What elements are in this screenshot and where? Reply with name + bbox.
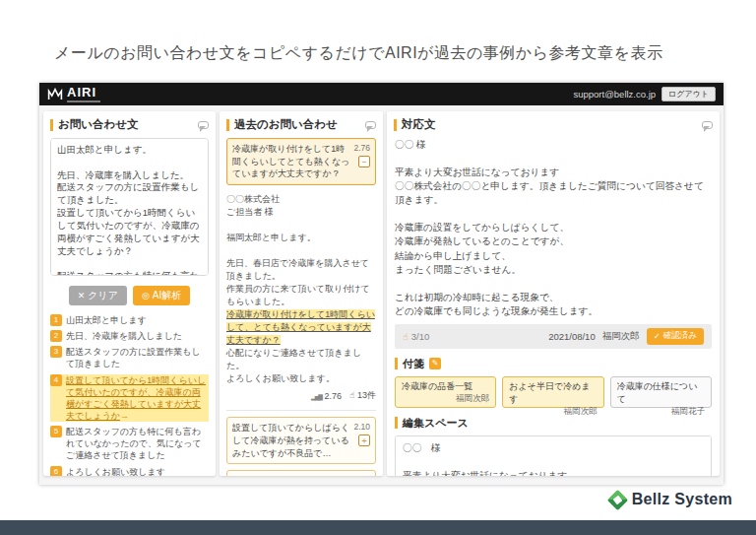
note-title: 冷蔵庫の仕様について [617, 380, 705, 406]
airi-logo-icon [47, 88, 63, 100]
parsed-sentence-list: 1 山田太郎と申します 2 先日、冷蔵庫を購入しました 3 配送スタッフの方に設… [50, 314, 209, 476]
arrow-right-icon: → [120, 410, 129, 422]
bottom-bar [0, 520, 756, 535]
accent-bar [226, 119, 229, 131]
past-card-text: 冷蔵庫が取り付けをして1時間くらいしてとても熱くなっていますが大丈夫ですか？ [232, 143, 349, 180]
likes-count: 13件 [357, 390, 376, 400]
divider [226, 410, 376, 411]
note-author: 福岡次郎 [402, 393, 489, 405]
detail-score: 2.76 [324, 391, 342, 401]
app-logo: AIRI [47, 86, 100, 102]
note-author: 福岡次郎 [509, 406, 597, 418]
collapse-minus-icon[interactable]: − [358, 156, 370, 167]
similarity-score: 2.10 [353, 422, 370, 432]
response-rating: ☝ 3/10 [403, 331, 429, 342]
sentence-text: 配送スタッフの方に設置作業もして頂きました [66, 346, 209, 369]
sentence-number: 1 [50, 314, 62, 326]
past-panel-title: 過去のお問い合わせ [234, 117, 360, 132]
brand-name: Bellz System [632, 491, 732, 508]
detail-highlight-text: 冷蔵庫が取り付けをして1時間くらいして、とても熱くなっていますが大丈夫ですか？ [226, 309, 375, 345]
sentence-item-4-selected[interactable]: 4 設置して頂いてから1時間くらいして気付いたのですが、冷蔵庫の両横がすごく発熱… [50, 374, 209, 423]
response-panel: 対応文 〇〇 様 平素より大変お世話になっております 〇〇株式会社の〇〇と申しま… [387, 111, 720, 476]
sentence-item-2[interactable]: 2 先日、冷蔵庫を購入しました [50, 330, 209, 342]
thumbs-up-icon: ☝ [403, 331, 409, 342]
past-inquiry-card-2[interactable]: 設置して頂いてからしばらくして冷蔵庫が熱を持っているみたいですが不良品で… 2.… [226, 417, 376, 464]
past-inquiries-panel: 過去のお問い合わせ 冷蔵庫が取り付けをして1時間くらいしてとても熱くなっています… [220, 111, 383, 476]
sentence-item-6[interactable]: 6 よろしくお願い致します [50, 466, 209, 476]
note-author: 福岡花子 [617, 406, 705, 418]
accent-bar [50, 119, 53, 131]
logout-button[interactable]: ログアウト [662, 87, 716, 101]
sticky-note-1[interactable]: 冷蔵庫の品番一覧 福岡次郎 [395, 376, 496, 408]
screenshot-root: メールのお問い合わせ文をコピペするだけでAIRIが過去の事例から参考文章を表示 … [0, 0, 756, 535]
check-icon: ✓ [654, 331, 661, 341]
sentence-number: 2 [50, 330, 62, 342]
score-chart-icon: ▂▅▇ [311, 394, 322, 400]
app-logo-tagline [67, 100, 100, 102]
app-header: AIRI support@bellz.co.jp ログアウト [39, 83, 724, 105]
ai-icon: ◎ [142, 292, 150, 301]
past-inquiry-card-selected[interactable]: 冷蔵庫が取り付けをして1時間くらいしてとても熱くなっていますが大丈夫ですか？ 2… [226, 138, 376, 185]
rating-value: 3/10 [411, 331, 430, 342]
brand-footer: Bellz System [610, 491, 732, 508]
expand-plus-icon[interactable]: ＋ [358, 435, 370, 446]
accent-bar [394, 119, 397, 131]
note-title: 冷蔵庫の品番一覧 [402, 380, 489, 393]
sentence-text: 先日、冷蔵庫を購入しました [66, 330, 182, 342]
sentence-item-3[interactable]: 3 配送スタッフの方に設置作業もして頂きました [50, 346, 209, 369]
sentence-text: よろしくお願い致します [66, 466, 165, 476]
past-detail-stats: ▂▅▇ 2.76 ☝ 13件 [226, 389, 376, 402]
response-footer-bar: ☝ 3/10 2021/08/10 福岡次郎 ✓ 確認済み [395, 324, 712, 349]
sentence-number: 5 [50, 426, 62, 437]
inquiry-input[interactable]: 山田太郎と申します。 先日、冷蔵庫を購入しました。 配送スタッフの方に設置作業も… [50, 138, 209, 276]
clear-button-label: クリア [88, 289, 118, 302]
sentence-number: 6 [50, 466, 62, 476]
sentence-text: 山田太郎と申します [66, 314, 147, 326]
ai-analyze-button-label: AI解析 [153, 289, 181, 302]
page-title: メールのお問い合わせ文をコピペするだけでAIRIが過去の事例から参考文章を表示 [54, 43, 724, 64]
sentence-number: 3 [50, 346, 62, 358]
past-card-text: 結婚が決まり、私の家の引っ越しと、主人の家の引っ越しがあります。それぞれ… [232, 475, 349, 476]
response-panel-title: 対応文 [402, 117, 697, 132]
response-text: 〇〇 様 平素より大変お世話になっております 〇〇株式会社の〇〇と申します。頂き… [395, 138, 712, 318]
note-title: およそ半日で冷めます [509, 380, 597, 406]
edit-space-input[interactable]: 〇〇 様 平素より大変お世話になっております 〇〇株式会社の〇〇と申します。 頂… [395, 435, 712, 476]
ai-analyze-button[interactable]: ◎ AI解析 [133, 286, 190, 305]
sentence-item-1[interactable]: 1 山田太郎と申します [50, 314, 209, 326]
accent-bar [395, 358, 398, 369]
detail-text-before: 〇〇株式会社 ご担当者 様 福岡太郎と申します。 先日、春日店で冷蔵庫を購入させ… [226, 194, 370, 306]
sentence-item-5[interactable]: 5 配送スタッフの方も特に何も言われていなかったので、気になってご連絡させて頂き… [50, 426, 209, 461]
confirm-button[interactable]: ✓ 確認済み [647, 328, 704, 345]
speech-bubble-icon [198, 121, 209, 129]
speech-bubble-icon [365, 121, 376, 129]
confirm-label: 確認済み [663, 330, 697, 342]
response-author: 福岡次郎 [602, 330, 640, 343]
past-inquiry-card-3[interactable]: 結婚が決まり、私の家の引っ越しと、主人の家の引っ越しがあります。それぞれ… 2.… [226, 470, 376, 476]
detail-text-after: 心配になりご連絡させて頂きました。 よろしくお願い致します。 [226, 348, 361, 383]
sentence-number: 4 [50, 374, 62, 386]
close-icon: ✕ [78, 292, 86, 301]
notes-section-title: 付箋 [403, 357, 424, 371]
response-date: 2021/08/10 [548, 331, 596, 342]
accent-bar [395, 417, 398, 429]
inquiry-panel-title: お問い合わせ文 [58, 117, 193, 132]
app-logo-text: AIRI [67, 86, 100, 99]
sticky-notes-row: 冷蔵庫の品番一覧 福岡次郎 およそ半日で冷めます 福岡次郎 冷蔵庫の仕様について… [395, 376, 712, 408]
sticky-note-2[interactable]: およそ半日で冷めます 福岡次郎 [502, 376, 603, 408]
thumbs-up-icon: ☝ [349, 390, 354, 400]
edit-notes-icon[interactable]: ✎ [429, 358, 441, 369]
edit-section-title: 編集スペース [403, 416, 469, 431]
past-inquiry-detail: 〇〇株式会社 ご担当者 様 福岡太郎と申します。 先日、春日店で冷蔵庫を購入させ… [226, 193, 376, 386]
airi-app-window: AIRI support@bellz.co.jp ログアウト お問い合わせ文 山… [39, 83, 724, 485]
sticky-note-3[interactable]: 冷蔵庫の仕様について 福岡花子 [610, 376, 712, 408]
past-card-text: 設置して頂いてからしばらくして冷蔵庫が熱を持っているみたいですが不良品で… [232, 422, 349, 459]
clear-button[interactable]: ✕ クリア [69, 286, 127, 305]
similarity-score: 2.10 [353, 475, 370, 476]
similarity-score: 2.76 [353, 143, 370, 153]
bellz-logo-icon [607, 489, 628, 509]
speech-bubble-icon [702, 121, 713, 129]
sentence-text: 設置して頂いてから1時間くらいして気付いたのですが、冷蔵庫の両横がすごく発熱して… [66, 375, 206, 421]
support-email: support@bellz.co.jp [573, 89, 656, 100]
sentence-text: 配送スタッフの方も特に何も言われていなかったので、気になってご連絡させて頂きまし… [66, 426, 209, 461]
inquiry-panel: お問い合わせ文 山田太郎と申します。 先日、冷蔵庫を購入しました。 配送スタッフ… [43, 111, 216, 476]
